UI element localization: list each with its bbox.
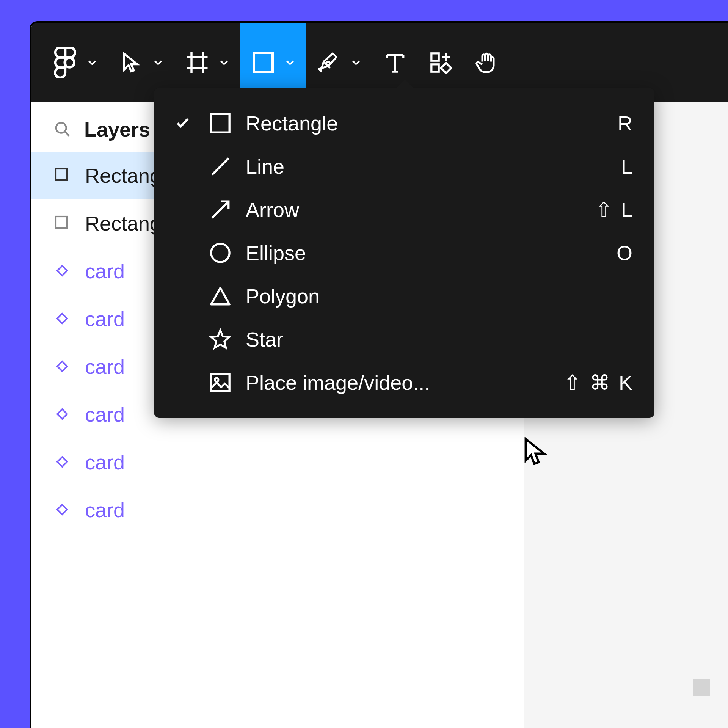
rectangle-icon [207, 110, 234, 136]
svg-point-6 [56, 123, 66, 133]
chevron-down-icon [87, 58, 97, 67]
svg-rect-3 [431, 53, 439, 61]
layer-label: card [85, 403, 125, 426]
dropdown-item-ellipse[interactable]: Ellipse O [154, 231, 654, 275]
svg-point-2 [326, 62, 330, 66]
dropdown-item-label: Ellipse [246, 241, 604, 265]
component-layer-icon [54, 358, 71, 375]
dropdown-item-polygon[interactable]: Polygon [154, 275, 654, 318]
layer-label: card [85, 450, 125, 474]
svg-point-16 [211, 244, 229, 262]
svg-rect-15 [211, 114, 229, 132]
arrow-icon [207, 196, 234, 223]
component-layer-icon [54, 406, 71, 423]
dropdown-item-place-image[interactable]: Place image/video... ⇧ ⌘ K [154, 361, 654, 404]
dropdown-item-label: Star [246, 328, 622, 351]
svg-rect-7 [56, 169, 67, 180]
dropdown-item-rectangle[interactable]: Rectangle R [154, 102, 654, 145]
layer-label: card [85, 307, 125, 331]
polygon-icon [207, 283, 234, 309]
frame-icon [186, 51, 209, 74]
svg-rect-4 [431, 64, 439, 72]
dropdown-item-shortcut: R [618, 111, 634, 135]
chevron-down-icon [153, 58, 163, 67]
dropdown-item-label: Polygon [246, 284, 622, 308]
layer-label: card [85, 498, 125, 522]
layer-row[interactable]: card [31, 438, 524, 486]
dropdown-item-line[interactable]: Line L [154, 145, 654, 188]
chevron-down-icon [219, 58, 229, 67]
dropdown-item-label: Arrow [246, 198, 583, 221]
rectangle-layer-icon [54, 215, 71, 232]
chevron-down-icon [285, 58, 295, 67]
text-icon [384, 51, 406, 74]
line-icon [207, 153, 234, 180]
svg-point-18 [215, 378, 219, 382]
dropdown-item-label: Place image/video... [246, 371, 552, 394]
svg-rect-8 [56, 217, 67, 228]
pen-icon [318, 51, 340, 74]
star-icon [207, 326, 234, 353]
mouse-cursor-icon [523, 437, 550, 469]
component-layer-icon [54, 310, 71, 328]
dropdown-item-arrow[interactable]: Arrow ⇧ L [154, 188, 654, 231]
dropdown-item-shortcut: ⇧ L [595, 198, 634, 222]
figma-logo-icon [54, 51, 77, 74]
svg-rect-5 [441, 63, 451, 73]
chevron-down-icon [351, 58, 361, 67]
svg-rect-14 [57, 505, 67, 515]
svg-rect-12 [57, 409, 67, 419]
search-icon [54, 121, 71, 138]
dropdown-item-shortcut: ⇧ ⌘ K [564, 371, 634, 395]
dropdown-item-label: Rectangle [246, 111, 606, 135]
hand-icon [475, 51, 497, 74]
image-icon [207, 369, 234, 396]
dropdown-item-label: Line [246, 155, 609, 178]
canvas-rectangle[interactable] [693, 679, 710, 696]
svg-rect-11 [57, 361, 67, 371]
layers-panel-title: Layers [84, 118, 150, 141]
component-layer-icon [54, 262, 71, 280]
layer-label: card [85, 355, 125, 378]
shape-tool-dropdown: Rectangle R Line L Arrow ⇧ L Ellipse O P… [154, 88, 654, 418]
dropdown-item-shortcut: O [617, 241, 634, 265]
layer-label: card [85, 259, 125, 283]
dropdown-item-star[interactable]: Star [154, 318, 654, 361]
svg-rect-9 [57, 266, 67, 276]
dropdown-item-shortcut: L [621, 155, 634, 178]
component-layer-icon [54, 501, 71, 519]
svg-rect-10 [57, 314, 67, 323]
ellipse-icon [207, 240, 234, 266]
resources-icon [429, 51, 452, 74]
svg-rect-13 [57, 457, 67, 467]
component-layer-icon [54, 453, 71, 471]
svg-rect-17 [211, 374, 229, 391]
rectangle-layer-icon [54, 167, 71, 184]
main-menu-button[interactable] [42, 23, 108, 102]
svg-rect-1 [254, 53, 273, 72]
layer-row[interactable]: card [31, 486, 524, 534]
rectangle-icon [252, 51, 275, 74]
cursor-icon [120, 51, 143, 74]
check-icon [171, 116, 195, 131]
